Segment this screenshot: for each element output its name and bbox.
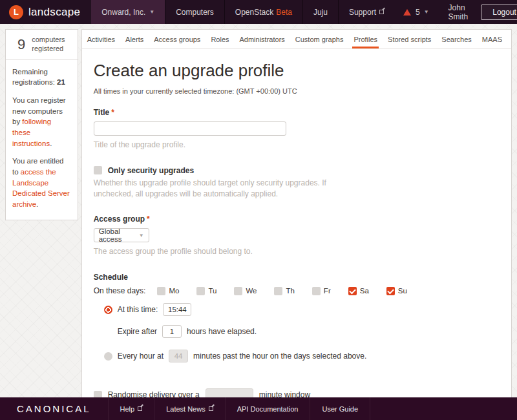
alerts-count: 5 (416, 8, 420, 17)
org-label: Onward, Inc. (101, 8, 145, 17)
security-checkbox-row: Only security upgrades (94, 166, 500, 175)
chevron-down-icon: ▼ (424, 9, 429, 15)
access-group-label: Access group* (94, 215, 500, 224)
entitled-paragraph: You are entitled to access the Landscape… (12, 156, 71, 209)
hourly-before-label: Every hour at (118, 352, 164, 361)
only-security-checkbox[interactable] (94, 166, 102, 174)
user-name[interactable]: John Smith (438, 3, 479, 21)
main-panel: ActivitiesAlertsAccess groupsRolesAdmini… (81, 29, 512, 420)
access-group-section: Access group* Global access ▼ The access… (94, 215, 500, 257)
landscape-logo-icon: L (9, 5, 23, 19)
day-item-fr: Fr (312, 287, 331, 295)
nav-item-openstack[interactable]: OpenStackBeta (224, 0, 302, 24)
nav-item-support[interactable]: Support (338, 0, 394, 24)
access-group-value: Global access (99, 227, 139, 243)
time-input[interactable] (163, 303, 191, 316)
tab-maas[interactable]: MAAS (477, 30, 507, 48)
expire-hours-input[interactable] (162, 325, 182, 338)
title-label: Title* (94, 108, 500, 117)
day-checkbox-su[interactable] (386, 287, 395, 295)
expire-before-label: Expire after (118, 327, 157, 336)
beta-badge: Beta (276, 8, 292, 17)
computers-count-label: computers registered (32, 36, 70, 54)
day-item-th: Th (274, 287, 294, 295)
nav-item-juju[interactable]: Juju (302, 0, 338, 24)
external-link-icon (379, 10, 384, 14)
logout-button[interactable]: Logout (481, 5, 517, 20)
top-nav: L landscape Onward, Inc. ▼ ComputersOpen… (0, 0, 517, 24)
canonical-logo[interactable]: CANONICAL (0, 397, 108, 420)
tab-roles[interactable]: Roles (206, 30, 234, 48)
day-checkbox-sa[interactable] (348, 287, 357, 295)
title-input[interactable] (94, 121, 286, 136)
day-checkbox-mo[interactable] (157, 287, 165, 295)
remaining-value: 21 (57, 78, 65, 86)
access-group-select[interactable]: Global access ▼ (94, 228, 149, 242)
remaining-registrations: Remaining registrations: 21 (12, 67, 71, 88)
nav-item-computers[interactable]: Computers (165, 0, 224, 24)
tab-administrators[interactable]: Administrators (235, 30, 290, 48)
logout-wrap: Logout (478, 5, 517, 20)
tab-alerts[interactable]: Alerts (120, 30, 149, 48)
required-asterisk: * (111, 108, 114, 117)
tab-access-groups[interactable]: Access groups (149, 30, 206, 48)
sidebar: 9 computers registered Remaining registr… (5, 29, 78, 220)
org-menu[interactable]: Onward, Inc. ▼ (90, 0, 165, 24)
register-paragraph: You can register new computers by follow… (12, 95, 71, 149)
expire-row: Expire after hours have elapsed. (118, 325, 500, 338)
alerts-menu[interactable]: 5 ▼ (394, 8, 438, 17)
alert-triangle-icon (403, 9, 411, 16)
day-item-su: Su (386, 287, 407, 295)
at-time-radio[interactable] (104, 306, 112, 314)
timezone-note: All times in your currently selected tim… (94, 87, 500, 95)
hourly-radio[interactable] (104, 352, 112, 361)
upgrade-profile-form: Create an upgrade profile All times in y… (82, 49, 511, 420)
hourly-after-label: minutes past the hour on the days select… (193, 352, 366, 361)
schedule-label: Schedule (94, 273, 500, 282)
hourly-minutes-input[interactable] (169, 350, 188, 362)
chevron-down-icon: ▼ (139, 233, 144, 238)
chevron-down-icon: ▼ (149, 9, 154, 15)
footer-links: HelpLatest NewsAPI DocumentationUser Gui… (108, 397, 371, 420)
tab-activities[interactable]: Activities (82, 30, 120, 48)
nav-right: 5 ▼ John Smith Logout (394, 0, 517, 24)
day-checkbox-fr[interactable] (312, 287, 321, 295)
title-help: Title of the upgrade profile. (94, 140, 500, 151)
tab-bar: ActivitiesAlertsAccess groupsRolesAdmini… (82, 30, 511, 49)
required-asterisk: * (147, 215, 150, 224)
landscape-brand[interactable]: L landscape (0, 0, 90, 24)
footer-link-api-documentation[interactable]: API Documentation (225, 397, 310, 420)
computers-count: 9 (12, 36, 25, 53)
at-time-label: At this time: (118, 305, 158, 314)
day-checkbox-th[interactable] (274, 287, 282, 295)
brand-name: landscape (28, 6, 80, 19)
footer: CANONICAL HelpLatest NewsAPI Documentati… (0, 397, 517, 420)
schedule-section: Schedule On these days: MoTuWeThFrSaSu A… (94, 273, 500, 401)
external-link-icon (209, 406, 213, 411)
only-security-label: Only security upgrades (108, 166, 194, 175)
tab-custom-graphs[interactable]: Custom graphs (290, 30, 349, 48)
footer-link-user-guide[interactable]: User Guide (310, 397, 370, 420)
footer-link-latest-news[interactable]: Latest News (154, 397, 225, 420)
sidebar-body: Remaining registrations: 21 You can regi… (6, 59, 78, 220)
at-time-row: At this time: (104, 303, 500, 316)
page-title: Create an upgrade profile (94, 61, 500, 81)
tab-stored-scripts[interactable]: Stored scripts (383, 30, 436, 48)
security-section: Only security upgrades Whether this upgr… (94, 166, 500, 200)
hourly-row: Every hour at minutes past the hour on t… (104, 350, 500, 362)
day-checkbox-tu[interactable] (196, 287, 205, 295)
footer-link-help[interactable]: Help (108, 397, 154, 420)
security-help: Whether this upgrade profile should targ… (94, 178, 365, 200)
day-item-tu: Tu (196, 287, 216, 295)
page-background: 9 computers registered Remaining registr… (0, 24, 517, 397)
tab-searches[interactable]: Searches (436, 30, 476, 48)
day-item-sa: Sa (348, 287, 369, 295)
expire-after-label: hours have elapsed. (187, 327, 257, 336)
tab-profiles[interactable]: Profiles (348, 30, 383, 48)
access-group-help: The access group the profile should belo… (94, 246, 500, 257)
day-checkbox-we[interactable] (234, 287, 242, 295)
archive-link[interactable]: access the Landscape Dedicated Server ar… (12, 168, 70, 208)
day-item-we: We (234, 287, 257, 295)
external-link-icon (138, 406, 142, 411)
days-row: On these days: MoTuWeThFrSaSu (94, 286, 500, 295)
